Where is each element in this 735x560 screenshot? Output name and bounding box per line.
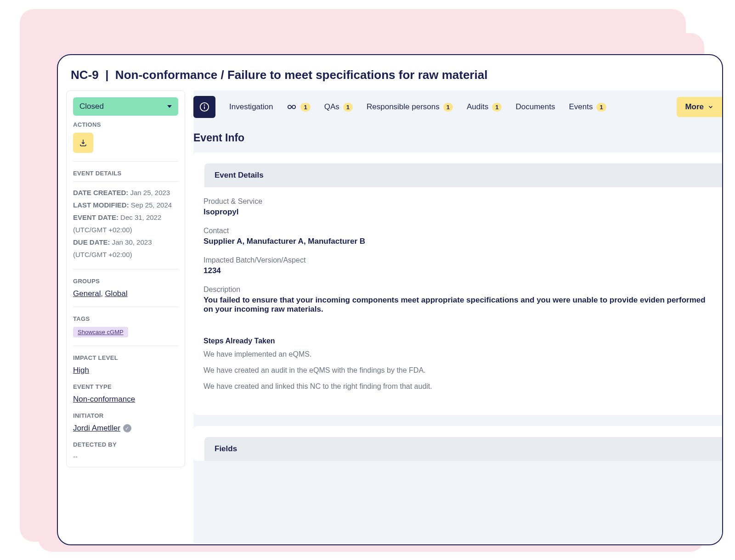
tab-badge: 1: [343, 103, 353, 112]
section-title: Event Info: [193, 123, 722, 152]
tab-investigation[interactable]: Investigation: [229, 99, 273, 115]
tab-qas[interactable]: QAs 1: [324, 99, 353, 115]
field-label: Product & Service: [204, 197, 712, 206]
field-label: Contact: [204, 227, 712, 235]
tag-chip[interactable]: Showcase cGMP: [73, 327, 128, 337]
field-value: Supplier A, Manufacturer A, Manufacturer…: [204, 237, 712, 246]
field-batch: Impacted Batch/Version/Aspect 1234: [204, 256, 712, 275]
tab-label: Audits: [467, 102, 488, 112]
steps-label: Steps Already Taken: [204, 337, 712, 345]
divider: [73, 269, 178, 269]
sidebar-card: Closed ACTIONS EVENT DETAILS DATE CREATE…: [66, 90, 185, 467]
last-modified-row: LAST MODIFIED: Sep 25, 2024: [73, 199, 178, 211]
field-steps: Steps Already Taken We have implemented …: [204, 337, 712, 395]
page-title: NC-9 | Non-conformance / Failure to meet…: [71, 68, 709, 82]
tags-label: TAGS: [73, 315, 178, 322]
tab-responsible-persons[interactable]: Responsible persons 1: [367, 99, 453, 115]
field-label: Description: [204, 286, 712, 294]
detected-by-label: DETECTED BY: [73, 441, 178, 448]
status-value: Closed: [79, 102, 104, 111]
card-header: Event Details: [204, 163, 722, 187]
due-date-row: DUE DATE: Jan 30, 2023 (UTC/GMT +02:00): [73, 236, 178, 261]
tab-label: Investigation: [229, 102, 273, 112]
event-details-label: EVENT DETAILS: [73, 170, 178, 177]
initiator-row: Jordi Ametller ✓: [73, 424, 178, 433]
main-area: Investigation 1 QAs 1 Responsible person…: [193, 90, 722, 543]
card-header: Fields: [204, 437, 722, 461]
impact-level-value[interactable]: High: [73, 366, 89, 375]
initiator-value[interactable]: Jordi Ametller: [73, 424, 120, 433]
tab-label: Documents: [515, 102, 555, 112]
field-value: Isopropyl: [204, 207, 712, 217]
tab-events[interactable]: Events 1: [569, 99, 606, 115]
steps-line: We have created an audit in the eQMS wit…: [204, 362, 712, 378]
divider: [73, 307, 178, 307]
main-panel: NC-9 | Non-conformance / Failure to meet…: [57, 54, 723, 545]
verified-icon: ✓: [123, 424, 131, 432]
last-modified-label: LAST MODIFIED:: [73, 201, 129, 209]
divider: [73, 161, 178, 162]
tab-info[interactable]: [193, 96, 215, 118]
more-label: More: [685, 102, 704, 112]
download-button[interactable]: [73, 133, 93, 153]
date-created-row: DATE CREATED: Jan 25, 2023: [73, 186, 178, 199]
steps-line: We have created and linked this NC to th…: [204, 378, 712, 394]
sidebar: Closed ACTIONS EVENT DETAILS DATE CREATE…: [58, 90, 193, 543]
content-wrapper: Closed ACTIONS EVENT DETAILS DATE CREATE…: [58, 90, 722, 543]
detected-by-value: --: [73, 453, 178, 460]
tab-badge: 1: [443, 103, 453, 112]
tab-badge: 1: [596, 103, 606, 112]
tab-label: Responsible persons: [367, 102, 440, 112]
last-modified-value: Sep 25, 2024: [131, 201, 172, 209]
field-value: You failed to ensure that your incoming …: [204, 296, 712, 314]
fields-card: Fields: [193, 426, 722, 461]
event-date-label: EVENT DATE:: [73, 213, 119, 221]
chevron-down-icon: [707, 104, 714, 110]
tab-documents[interactable]: Documents: [515, 99, 555, 115]
field-label: Impacted Batch/Version/Aspect: [204, 256, 712, 264]
card-body: Product & Service Isopropyl Contact Supp…: [193, 187, 722, 415]
group-link-general[interactable]: General: [73, 289, 101, 298]
tab-badge: 1: [492, 103, 502, 112]
info-icon: [199, 102, 209, 112]
initiator-label: INITIATOR: [73, 412, 178, 419]
due-date-label: DUE DATE:: [73, 238, 110, 246]
field-description: Description You failed to ensure that yo…: [204, 286, 712, 314]
tab-links[interactable]: 1: [287, 99, 310, 115]
download-icon: [79, 139, 87, 147]
link-icon: [287, 104, 297, 110]
event-date-row: EVENT DATE: Dec 31, 2022 (UTC/GMT +02:00…: [73, 211, 178, 236]
svg-point-2: [204, 105, 205, 105]
event-details-card: Event Details Product & Service Isopropy…: [193, 152, 722, 415]
more-button[interactable]: More: [677, 97, 722, 117]
tab-audits[interactable]: Audits 1: [467, 99, 502, 115]
tab-bar: Investigation 1 QAs 1 Responsible person…: [193, 90, 722, 123]
tab-label: Events: [569, 102, 593, 112]
tab-badge: 1: [300, 103, 310, 112]
divider: [73, 346, 178, 346]
field-product: Product & Service Isopropyl: [204, 197, 712, 217]
separator: |: [105, 68, 108, 82]
event-type-value[interactable]: Non-conformance: [73, 395, 135, 403]
date-created-value: Jan 25, 2023: [130, 189, 170, 196]
field-value: 1234: [204, 266, 712, 275]
record-title: Non-conformance / Failure to meet specif…: [115, 68, 488, 82]
actions-label: ACTIONS: [73, 121, 178, 128]
field-contact: Contact Supplier A, Manufacturer A, Manu…: [204, 227, 712, 246]
date-created-label: DATE CREATED:: [73, 189, 128, 196]
chevron-down-icon: [167, 105, 172, 108]
groups-list: General, Global: [73, 289, 178, 298]
event-type-label: EVENT TYPE: [73, 383, 178, 390]
tab-label: QAs: [324, 102, 339, 112]
svg-point-4: [292, 105, 295, 108]
svg-point-3: [288, 105, 291, 108]
record-code: NC-9: [71, 68, 99, 82]
group-link-global[interactable]: Global: [105, 289, 127, 298]
groups-label: GROUPS: [73, 278, 178, 285]
divider: [73, 181, 178, 182]
status-dropdown[interactable]: Closed: [73, 97, 178, 116]
page-header: NC-9 | Non-conformance / Failure to meet…: [58, 55, 722, 90]
steps-line: We have implemented an eQMS.: [204, 346, 712, 362]
impact-level-label: IMPACT LEVEL: [73, 354, 178, 361]
